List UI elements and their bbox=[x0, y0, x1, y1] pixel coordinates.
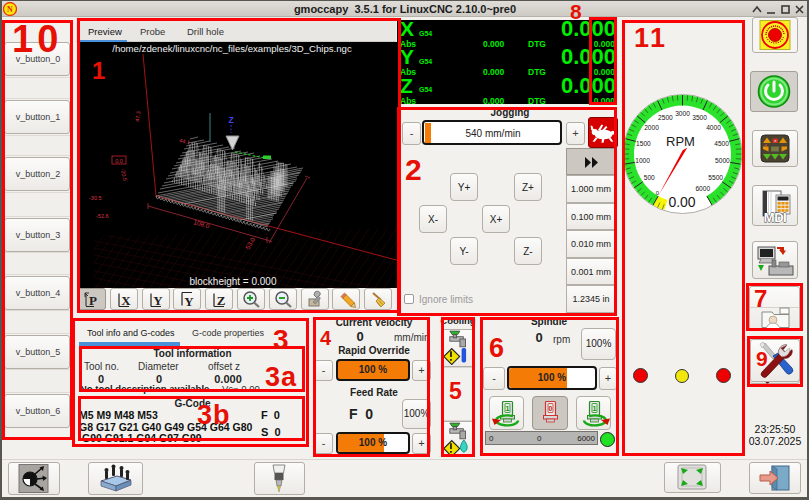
svg-text:N: N bbox=[7, 5, 13, 14]
svg-text:MDI: MDI bbox=[764, 210, 786, 225]
svg-text:x: x bbox=[774, 138, 776, 143]
